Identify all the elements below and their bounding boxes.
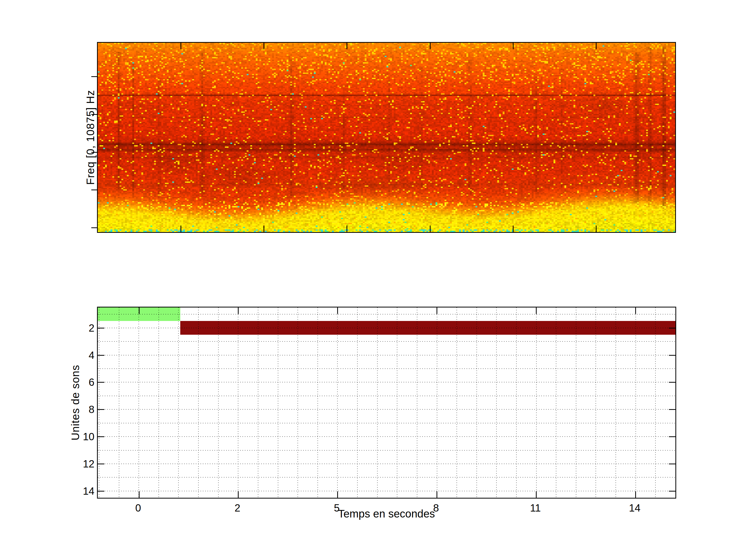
gridline-vertical (616, 308, 616, 498)
gridline-vertical (576, 308, 576, 498)
gridline-horizontal (98, 328, 675, 328)
y-tick-mark (669, 436, 675, 437)
y-tick-mark (91, 76, 97, 77)
gridline-horizontal (98, 382, 675, 382)
gridline-vertical (516, 308, 517, 498)
x-tick-mark (635, 491, 636, 498)
y-tick-label: 14 (83, 485, 95, 497)
gridline-horizontal (98, 355, 675, 355)
figure-canvas: Freq [0, 10875] Hz 02581114 2468101214 U… (0, 0, 747, 560)
x-tick-mark (139, 491, 139, 498)
x-tick-mark (181, 225, 181, 232)
gridline-vertical (218, 308, 218, 498)
gridline-vertical (238, 308, 238, 498)
x-tick-mark (263, 225, 264, 232)
y-tick-mark (669, 491, 675, 491)
y-tick-mark (98, 409, 104, 410)
activity-ylabel: Unites de sons (69, 365, 82, 441)
x-tick-mark (596, 43, 597, 49)
gridline-horizontal (98, 314, 675, 315)
x-tick-label: 2 (234, 502, 240, 514)
gridline-horizontal (98, 423, 675, 423)
gridline-vertical (636, 308, 636, 498)
x-tick-mark (238, 491, 239, 498)
spectrogram-plot (97, 42, 676, 233)
x-tick-mark (635, 308, 636, 314)
y-tick-mark (91, 189, 97, 190)
y-tick-label: 12 (83, 458, 95, 470)
gridline-horizontal (98, 491, 675, 491)
gridline-horizontal (98, 368, 675, 369)
x-tick-mark (536, 308, 537, 314)
x-tick-mark (337, 491, 338, 498)
spectrogram-ylabel: Freq [0, 10875] Hz (84, 90, 97, 185)
gridline-vertical (158, 308, 159, 498)
y-tick-label: 4 (89, 349, 95, 361)
x-tick-mark (346, 43, 347, 49)
x-tick-mark (437, 491, 437, 498)
x-tick-mark (139, 308, 139, 314)
gridline-vertical (258, 308, 258, 498)
gridline-horizontal (98, 396, 675, 396)
gridline-horizontal (98, 341, 675, 342)
y-tick-mark (669, 409, 675, 410)
y-tick-mark (91, 228, 97, 228)
y-tick-mark (98, 328, 104, 328)
gridline-vertical (138, 308, 139, 498)
x-tick-mark (513, 43, 514, 49)
x-tick-label: 0 (135, 502, 141, 514)
gridline-horizontal (98, 436, 675, 437)
gridline-horizontal (98, 477, 675, 478)
x-tick-mark (346, 225, 347, 232)
gridline-vertical (377, 308, 378, 498)
x-tick-mark (263, 43, 264, 49)
y-tick-mark (98, 436, 104, 437)
activity-plot (97, 307, 676, 499)
x-tick-mark (513, 225, 514, 232)
y-tick-mark (98, 355, 104, 356)
x-tick-label: 11 (530, 502, 541, 514)
x-tick-mark (430, 225, 431, 232)
gridline-vertical (536, 308, 537, 498)
y-tick-mark (98, 382, 104, 383)
gridline-vertical (278, 308, 278, 498)
gridline-vertical (178, 308, 179, 498)
x-tick-mark (536, 491, 537, 498)
y-tick-mark (669, 355, 675, 356)
y-tick-mark (98, 491, 104, 491)
y-tick-label: 8 (89, 404, 95, 415)
x-tick-mark (437, 308, 437, 314)
y-tick-mark (669, 382, 675, 383)
gridline-vertical (457, 308, 457, 498)
gridline-vertical (298, 308, 298, 498)
gridline-vertical (476, 308, 477, 498)
gridline-vertical (417, 308, 417, 498)
spectrogram-image (98, 43, 675, 232)
gridline-horizontal (98, 450, 675, 451)
gridline-vertical (595, 308, 596, 498)
gridline-vertical (357, 308, 358, 498)
y-tick-label: 6 (89, 376, 95, 388)
x-tick-mark (238, 308, 239, 314)
gridline-vertical (337, 308, 338, 498)
gridline-vertical (317, 308, 318, 498)
x-tick-mark (337, 308, 338, 314)
x-tick-mark (430, 43, 431, 49)
gridline-vertical (119, 308, 119, 498)
gridline-vertical (556, 308, 556, 498)
gridline-vertical (437, 308, 437, 498)
gridline-vertical (99, 308, 99, 498)
x-tick-mark (181, 43, 181, 49)
y-tick-label: 2 (89, 322, 95, 334)
gridline-vertical (198, 308, 199, 498)
gridline-horizontal (98, 463, 675, 464)
x-tick-mark (596, 225, 597, 232)
y-tick-mark (669, 463, 675, 464)
gridline-vertical (496, 308, 497, 498)
y-tick-mark (669, 328, 675, 328)
x-tick-label: 14 (629, 502, 641, 514)
gridline-horizontal (98, 409, 675, 410)
gridline-vertical (655, 308, 656, 498)
y-tick-label: 10 (83, 431, 95, 443)
y-tick-mark (98, 463, 104, 464)
